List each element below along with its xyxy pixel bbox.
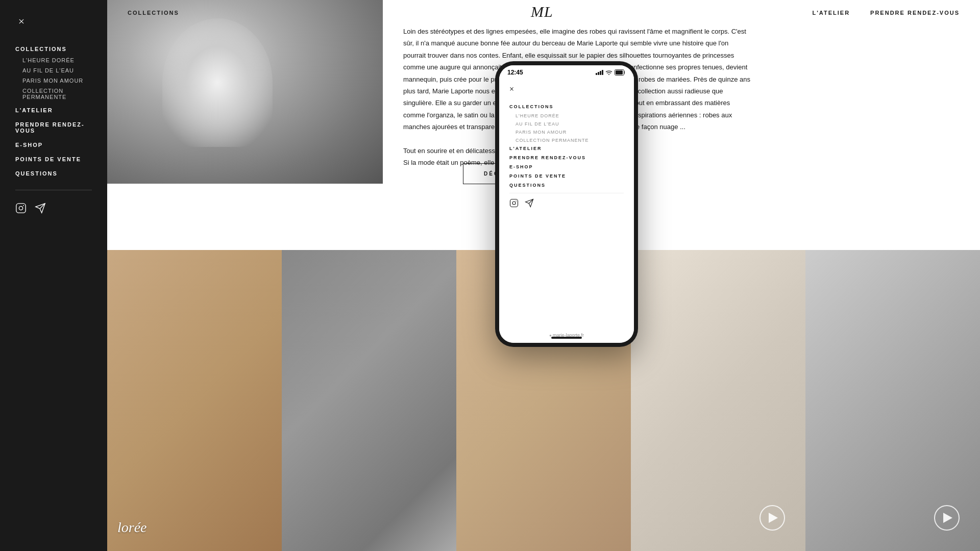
play-triangle-icon bbox=[769, 513, 778, 523]
phone-social bbox=[509, 198, 624, 208]
phone-au-fil-de-leau[interactable]: AU FIL DE L'EAU bbox=[516, 121, 624, 127]
hero-image bbox=[107, 0, 383, 184]
phone-paris-mon-amour[interactable]: PARIS MON AMOUR bbox=[516, 130, 624, 135]
play-triangle-icon-2 bbox=[943, 513, 952, 523]
battery-icon bbox=[615, 69, 626, 76]
play-button-4[interactable] bbox=[760, 505, 785, 531]
svg-rect-6 bbox=[616, 70, 623, 74]
phone-mockup: 12:45 bbox=[495, 61, 638, 347]
insta-item-5[interactable] bbox=[805, 250, 980, 551]
sidebar-item-latelier[interactable]: L'ATELIER bbox=[15, 107, 92, 113]
nav-prendre-rdv-link[interactable]: PRENDRE RENDEZ-VOUS bbox=[870, 10, 960, 16]
sidebar-section-collections: COLLECTIONS bbox=[15, 46, 92, 52]
sidebar: × COLLECTIONS L'HEURE DORÉE AU FIL DE L'… bbox=[0, 0, 107, 551]
instagram-icon[interactable] bbox=[15, 203, 27, 214]
phone-telegram-icon[interactable] bbox=[525, 198, 534, 208]
right-nav: L'ATELIER PRENDRE RENDEZ-VOUS bbox=[813, 10, 960, 16]
phone-close-icon[interactable]: × bbox=[509, 85, 514, 94]
phone-eshop[interactable]: E-SHOP bbox=[509, 164, 624, 169]
svg-point-8 bbox=[512, 202, 516, 205]
svg-point-9 bbox=[516, 201, 517, 202]
insta-item-2[interactable] bbox=[282, 250, 456, 551]
signal-icon bbox=[596, 70, 603, 75]
phone-points-de-vente[interactable]: POINTS DE VENTE bbox=[509, 173, 624, 179]
insta-text-1: lorée bbox=[117, 519, 147, 536]
insta-item-1[interactable]: lorée bbox=[107, 250, 282, 551]
nav-latelier-link[interactable]: L'ATELIER bbox=[813, 10, 850, 16]
telegram-icon[interactable] bbox=[35, 203, 46, 214]
phone-heure-doree[interactable]: L'HEURE DORÉE bbox=[516, 113, 624, 118]
phone-collection-permanente[interactable]: COLLECTION PERMANENTE bbox=[516, 138, 624, 143]
svg-rect-7 bbox=[510, 199, 518, 207]
sidebar-item-au-fil-de-leau[interactable]: AU FIL DE L'EAU bbox=[22, 67, 92, 73]
sidebar-item-collection-permanente[interactable]: COLLECTION PERMANENTE bbox=[22, 88, 92, 100]
wifi-icon bbox=[605, 70, 612, 75]
sidebar-item-heure-doree[interactable]: L'HEURE DORÉE bbox=[22, 57, 92, 63]
main-content: COLLECTIONS ML L'ATELIER PRENDRE RENDEZ-… bbox=[107, 0, 980, 551]
sidebar-divider bbox=[15, 190, 92, 190]
phone-status-right bbox=[596, 69, 626, 76]
svg-rect-0 bbox=[16, 204, 26, 213]
close-icon[interactable]: × bbox=[15, 15, 28, 28]
insta-item-4[interactable] bbox=[631, 250, 805, 551]
phone-time: 12:45 bbox=[507, 69, 523, 76]
svg-point-1 bbox=[19, 206, 22, 210]
phone-questions[interactable]: QUESTIONS bbox=[509, 183, 624, 188]
svg-text:ML: ML bbox=[530, 3, 553, 20]
phone-home-indicator bbox=[551, 337, 582, 339]
svg-point-4 bbox=[608, 74, 609, 75]
play-button-5[interactable] bbox=[934, 505, 960, 531]
sidebar-item-questions[interactable]: QUESTIONS bbox=[15, 170, 92, 177]
phone-collections-title: COLLECTIONS bbox=[509, 104, 624, 109]
phone-screen: 12:45 bbox=[499, 65, 634, 343]
phone-instagram-icon[interactable] bbox=[509, 198, 519, 208]
sidebar-item-prendre-rdv[interactable]: PRENDRE RENDEZ-VOUS bbox=[15, 121, 92, 134]
phone-divider bbox=[509, 193, 624, 193]
top-nav: COLLECTIONS ML L'ATELIER PRENDRE RENDEZ-… bbox=[107, 0, 980, 26]
logo: ML bbox=[528, 1, 559, 25]
phone-prendre-rdv[interactable]: PRENDRE RENDEZ-VOUS bbox=[509, 155, 624, 160]
svg-point-2 bbox=[23, 205, 24, 206]
phone-latelier[interactable]: L'ATELIER bbox=[509, 146, 624, 151]
phone-menu-content: × COLLECTIONS L'HEURE DORÉE AU FIL DE L'… bbox=[499, 80, 634, 343]
sidebar-social bbox=[15, 203, 92, 214]
sidebar-item-paris-mon-amour[interactable]: PARIS MON AMOUR bbox=[22, 78, 92, 84]
sidebar-item-points-de-vente[interactable]: POINTS DE VENTE bbox=[15, 156, 92, 162]
nav-collections-label: COLLECTIONS bbox=[128, 10, 179, 16]
phone-status-bar: 12:45 bbox=[499, 65, 634, 80]
sidebar-item-eshop[interactable]: E-SHOP bbox=[15, 142, 92, 148]
